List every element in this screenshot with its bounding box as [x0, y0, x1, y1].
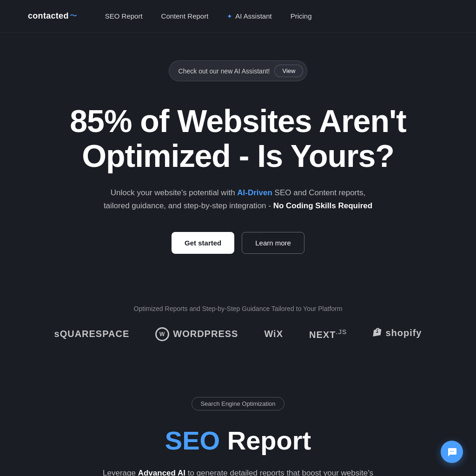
seo-body: Leverage Advanced AI to generate detaile…: [94, 467, 382, 476]
chat-bubble-icon: [446, 446, 457, 457]
hero-headline: 85% of Websites Aren't Optimized - Is Yo…: [52, 104, 424, 173]
nav-item-pricing[interactable]: Pricing: [291, 12, 312, 20]
announcement-view-button[interactable]: View: [274, 65, 303, 77]
chat-button[interactable]: [441, 441, 463, 463]
seo-advanced-ai: Advanced AI: [138, 469, 185, 476]
seo-title: SEO Report: [28, 425, 448, 456]
nav-item-ai-assistant[interactable]: ✦ AI Assistant: [227, 12, 271, 20]
platform-section: Optimized Reports and Step-by-Step Guida…: [0, 300, 476, 360]
wordpress-logo: W WORDPRESS: [142, 327, 251, 341]
hero-section: Check out our new AI Assistant! View 85%…: [0, 33, 476, 300]
hero-no-coding: No Coding Skills Required: [273, 201, 372, 210]
wp-ring-icon: W: [155, 327, 169, 341]
svg-point-2: [453, 451, 454, 452]
logo[interactable]: contacted 〜: [28, 11, 77, 21]
logo-checkmark-icon: 〜: [70, 11, 77, 21]
seo-body-prefix: Leverage: [103, 469, 138, 476]
seo-section: Search Engine Optimization SEO Report Le…: [0, 360, 476, 476]
section-tag: Search Engine Optimization: [192, 397, 284, 410]
nav-links: SEO Report Content Report ✦ AI Assistant…: [105, 12, 312, 20]
nextjs-logo: NEXT.JS: [296, 328, 360, 340]
squarespace-logo: sQUARESPACE: [41, 329, 143, 339]
announcement-badge: Check out our new AI Assistant! View: [169, 60, 308, 81]
hero-subtext-prefix: Unlock your website's potential with: [111, 188, 238, 197]
wix-logo: WiX: [251, 329, 296, 339]
platform-logos: sQUARESPACE W WORDPRESS WiX NEXT.JS shop…: [28, 327, 448, 341]
get-started-button[interactable]: Get started: [172, 232, 234, 254]
hero-buttons: Get started Learn more: [172, 232, 304, 254]
ai-icon: ✦: [227, 13, 232, 20]
hero-ai-driven: AI-Driven: [237, 188, 272, 197]
learn-more-button[interactable]: Learn more: [242, 232, 304, 254]
seo-highlight: SEO: [165, 426, 220, 455]
seo-title-rest: Report: [220, 426, 311, 455]
shopify-logo: shopify: [360, 327, 435, 341]
hero-subtext: Unlock your website's potential with AI-…: [99, 186, 377, 212]
platform-label: Optimized Reports and Step-by-Step Guida…: [28, 305, 448, 312]
svg-point-0: [450, 451, 451, 452]
logo-text: contacted: [28, 11, 69, 21]
nav-item-content-report[interactable]: Content Report: [161, 12, 209, 20]
svg-point-1: [451, 451, 452, 452]
navbar: contacted 〜 SEO Report Content Report ✦ …: [0, 0, 476, 33]
nav-item-seo-report[interactable]: SEO Report: [105, 12, 143, 20]
shopify-bag-icon: [373, 327, 383, 338]
announcement-text: Check out our new AI Assistant!: [178, 67, 270, 75]
